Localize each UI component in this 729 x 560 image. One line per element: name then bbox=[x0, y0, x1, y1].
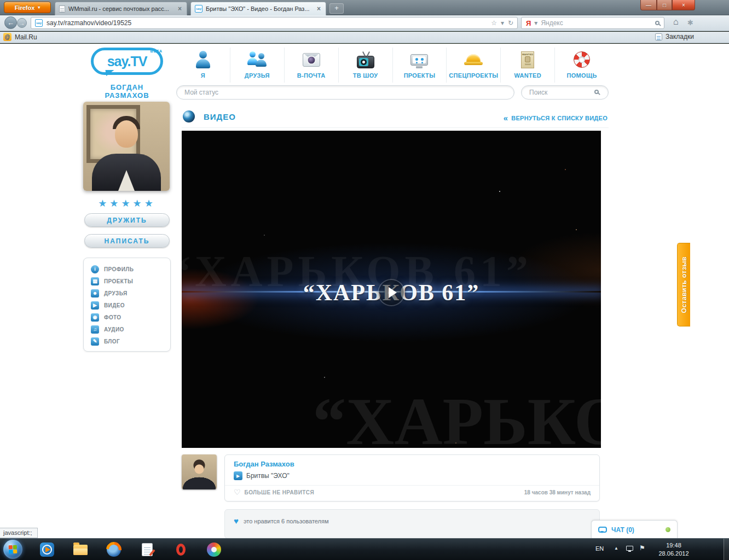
topnav-item-friends[interactable]: ДРУЗЬЯ bbox=[230, 48, 285, 83]
display-tray-icon[interactable] bbox=[626, 546, 633, 551]
topnav-item-wanted[interactable]: WANTED 10000 WANTED bbox=[501, 48, 555, 83]
clock[interactable]: 19:48 28.06.2012 bbox=[652, 541, 695, 558]
author-name-link[interactable]: Богдан Размахов bbox=[234, 460, 294, 468]
play-button[interactable] bbox=[379, 280, 404, 305]
document-app-icon[interactable] bbox=[140, 542, 155, 557]
language-indicator[interactable]: EN bbox=[595, 545, 604, 552]
search-engine-dropdown-icon[interactable]: ▾ bbox=[534, 19, 537, 27]
heart-icon: ♥ bbox=[234, 517, 239, 525]
browser-window: Firefox ▾ WMmail.ru - сервис почтовых ра… bbox=[0, 0, 729, 538]
topnav-item-vmail[interactable]: В-ПОЧТА bbox=[285, 48, 339, 83]
sidebar-item-blog[interactable]: ✎ БЛОГ bbox=[84, 335, 170, 347]
video-icon: ▶ bbox=[234, 471, 242, 480]
url-bar[interactable]: say say.tv/razmahov/video/19525 ☆ ▾ ↻ bbox=[31, 17, 518, 29]
tv-icon bbox=[357, 56, 374, 68]
sparkles bbox=[499, 191, 500, 192]
camera-lens-icon bbox=[183, 110, 195, 122]
status-input[interactable] bbox=[176, 85, 514, 100]
tab-wmmail[interactable]: WMmail.ru - сервис почтовых расс... × bbox=[55, 2, 187, 15]
sidebar-item-label: ПРОФИЛЬ bbox=[104, 266, 134, 272]
show-desktop-button[interactable] bbox=[724, 539, 729, 560]
chat-bubble-icon bbox=[598, 527, 607, 533]
video-player[interactable]: “ХАРЬКОВ 61” “ХАРЬКО “ХАРЬКОВ 61” bbox=[182, 131, 601, 448]
say-favicon: say bbox=[35, 19, 43, 27]
home-icon[interactable]: ⌂ bbox=[673, 17, 679, 27]
saytv-logo[interactable]: say.TV BETA bbox=[91, 48, 163, 75]
close-icon[interactable]: × bbox=[177, 5, 183, 13]
page-favicon bbox=[59, 5, 65, 13]
chevron-down-icon: ▾ bbox=[38, 5, 40, 10]
clip-title[interactable]: Бритвы "ЭХО" bbox=[246, 472, 290, 480]
window-controls: — □ × bbox=[640, 0, 695, 10]
friends-icon bbox=[247, 50, 268, 69]
back-button[interactable]: ← bbox=[4, 16, 17, 29]
refresh-icon[interactable]: ↻ bbox=[508, 19, 513, 27]
monitor-icon bbox=[410, 54, 428, 66]
divider bbox=[225, 485, 599, 486]
url-text[interactable]: say.tv/razmahov/video/19525 bbox=[47, 19, 487, 27]
bookmark-mailru[interactable]: @ Mail.Ru bbox=[3, 33, 37, 41]
graphics-app-icon[interactable] bbox=[206, 542, 222, 557]
close-icon[interactable]: × bbox=[316, 5, 322, 13]
person-icon bbox=[196, 50, 210, 69]
add-friend-button[interactable]: ДРУЖИТЬ bbox=[84, 213, 170, 227]
minimize-button[interactable]: — bbox=[640, 0, 657, 10]
addons-icon[interactable]: ✱ bbox=[687, 19, 693, 27]
hardhat-icon bbox=[464, 53, 483, 67]
url-dropdown-icon[interactable]: ▾ bbox=[501, 19, 504, 27]
bookmarks-sidebar-toggle[interactable]: Закладки bbox=[655, 33, 694, 40]
bookmarks-bar bbox=[0, 32, 729, 43]
search-engine-box[interactable]: Я ▾ Яндекс bbox=[521, 17, 664, 29]
tray-time: 19:48 bbox=[652, 541, 695, 550]
taskbar-icons bbox=[39, 541, 222, 558]
firefox-icon[interactable] bbox=[106, 542, 121, 557]
search-icon[interactable] bbox=[655, 21, 659, 25]
firefox-menu-button[interactable]: Firefox ▾ bbox=[4, 2, 51, 13]
sidebar-item-label: ФОТО bbox=[104, 314, 121, 320]
maximize-button[interactable]: □ bbox=[657, 0, 672, 10]
topnav-item-tvshow[interactable]: ТВ ШОУ bbox=[339, 48, 393, 83]
profile-photo bbox=[83, 102, 170, 191]
link-status-popup: javascript:; bbox=[0, 528, 38, 538]
topnav-item-me[interactable]: Я bbox=[176, 48, 230, 83]
back-to-video-list-link[interactable]: « ВЕРНУТЬСЯ К СПИСКУ ВИДЕО bbox=[504, 113, 608, 122]
windows-logo-icon bbox=[9, 545, 18, 554]
topnav-item-help[interactable]: ПОМОЩЬ bbox=[555, 48, 609, 83]
like-row: ♡ БОЛЬШЕ НЕ НРАВИТСЯ 18 часов 38 минут н… bbox=[234, 488, 591, 496]
rating-stars[interactable]: ★★★★★ bbox=[83, 197, 171, 209]
sidebar-item-audio[interactable]: ♫ АУДИО bbox=[84, 323, 170, 335]
topnav-item-specprojects[interactable]: СПЕЦПРОЕКТЫ bbox=[447, 48, 501, 83]
sidebar-item-photo[interactable]: ◉ ФОТО bbox=[84, 311, 170, 323]
sidebar-item-friends[interactable]: ☻ ДРУЗЬЯ bbox=[84, 287, 170, 299]
tray-expand-icon[interactable]: ▲ bbox=[614, 546, 618, 551]
tab-video-active[interactable]: say Бритвы "ЭХО" - Видео - Богдан Раз...… bbox=[190, 2, 326, 15]
bookmark-star-icon[interactable]: ☆ bbox=[491, 19, 497, 27]
unlike-button[interactable]: БОЛЬШЕ НЕ НРАВИТСЯ bbox=[245, 489, 314, 495]
friends-icon: ☻ bbox=[91, 289, 99, 298]
firefox-button-label: Firefox bbox=[15, 4, 35, 11]
media-player-icon[interactable] bbox=[39, 542, 55, 557]
explorer-folder-icon[interactable] bbox=[73, 542, 88, 557]
feedback-tab[interactable]: Оставить отзыв bbox=[677, 243, 690, 326]
bookmarks-list-icon bbox=[655, 33, 662, 40]
video-mail-icon bbox=[303, 53, 320, 67]
close-window-button[interactable]: × bbox=[672, 0, 695, 10]
yandex-logo: Я bbox=[526, 19, 531, 27]
chevrons-left-icon: « bbox=[504, 113, 508, 122]
action-center-flag-icon[interactable]: ⚑ bbox=[639, 544, 645, 552]
topnav-item-projects[interactable]: ПРОЕКТЫ bbox=[393, 48, 447, 83]
profile-sidebar-menu: i ПРОФИЛЬ ▤ ПРОЕКТЫ ☻ ДРУЗЬЯ ▶ ВИДЕО ◉ Ф… bbox=[83, 258, 171, 352]
new-tab-button[interactable]: + bbox=[329, 3, 344, 14]
sidebar-item-video[interactable]: ▶ ВИДЕО bbox=[84, 299, 170, 311]
author-avatar[interactable] bbox=[182, 454, 217, 489]
chat-label: ЧАТ (0) bbox=[611, 526, 634, 534]
chat-widget[interactable]: ЧАТ (0) bbox=[591, 520, 678, 538]
write-message-button[interactable]: НАПИСАТЬ bbox=[84, 234, 170, 248]
sidebar-item-projects[interactable]: ▤ ПРОЕКТЫ bbox=[84, 275, 170, 287]
forward-button[interactable]: → bbox=[17, 18, 27, 28]
search-icon[interactable] bbox=[594, 90, 599, 94]
start-button[interactable] bbox=[3, 540, 22, 559]
profile-name: БОГДАН РАЗМАХОВ bbox=[83, 83, 171, 100]
opera-icon[interactable] bbox=[173, 542, 188, 557]
sidebar-item-profile[interactable]: i ПРОФИЛЬ bbox=[84, 263, 170, 275]
